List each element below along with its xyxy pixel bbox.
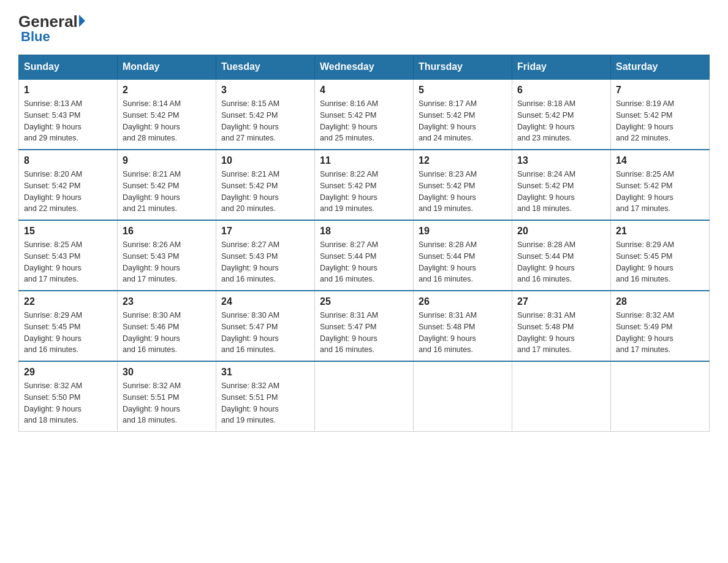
week-row-3: 15Sunrise: 8:25 AMSunset: 5:43 PMDayligh… [19,220,710,291]
day-number: 18 [320,226,408,237]
col-header-tuesday: Tuesday [216,55,315,80]
day-info: Sunrise: 8:13 AMSunset: 5:43 PMDaylight:… [24,98,112,144]
day-info: Sunrise: 8:23 AMSunset: 5:42 PMDaylight:… [419,169,507,215]
day-number: 20 [517,226,605,237]
day-info: Sunrise: 8:19 AMSunset: 5:42 PMDaylight:… [616,98,704,144]
col-header-monday: Monday [118,55,216,80]
day-number: 11 [320,155,408,166]
day-info: Sunrise: 8:27 AMSunset: 5:43 PMDaylight:… [221,239,309,285]
day-number: 9 [123,155,211,166]
calendar-cell: 1Sunrise: 8:13 AMSunset: 5:43 PMDaylight… [19,79,118,150]
calendar-cell: 21Sunrise: 8:29 AMSunset: 5:45 PMDayligh… [611,220,710,291]
day-number: 15 [24,226,112,237]
logo-triangle-icon [79,15,85,27]
day-number: 31 [221,367,309,378]
day-info: Sunrise: 8:15 AMSunset: 5:42 PMDaylight:… [221,98,309,144]
day-info: Sunrise: 8:31 AMSunset: 5:48 PMDaylight:… [419,310,507,356]
calendar-cell: 25Sunrise: 8:31 AMSunset: 5:47 PMDayligh… [315,291,414,361]
calendar-cell: 4Sunrise: 8:16 AMSunset: 5:42 PMDaylight… [315,79,414,150]
week-row-2: 8Sunrise: 8:20 AMSunset: 5:42 PMDaylight… [19,150,710,220]
col-header-friday: Friday [512,55,611,80]
calendar-cell: 3Sunrise: 8:15 AMSunset: 5:42 PMDaylight… [216,79,315,150]
col-header-sunday: Sunday [19,55,118,80]
day-number: 5 [419,85,507,96]
day-number: 6 [517,85,605,96]
calendar-header-row: SundayMondayTuesdayWednesdayThursdayFrid… [19,55,710,80]
calendar-cell: 15Sunrise: 8:25 AMSunset: 5:43 PMDayligh… [19,220,118,291]
day-info: Sunrise: 8:26 AMSunset: 5:43 PMDaylight:… [123,239,211,285]
day-info: Sunrise: 8:25 AMSunset: 5:43 PMDaylight:… [24,239,112,285]
calendar-cell: 22Sunrise: 8:29 AMSunset: 5:45 PMDayligh… [19,291,118,361]
day-number: 24 [221,296,309,307]
calendar-cell: 27Sunrise: 8:31 AMSunset: 5:48 PMDayligh… [512,291,611,361]
day-number: 27 [517,296,605,307]
day-info: Sunrise: 8:29 AMSunset: 5:45 PMDaylight:… [616,239,704,285]
day-info: Sunrise: 8:14 AMSunset: 5:42 PMDaylight:… [123,98,211,144]
calendar-cell: 8Sunrise: 8:20 AMSunset: 5:42 PMDaylight… [19,150,118,220]
calendar-cell [611,361,710,432]
day-info: Sunrise: 8:32 AMSunset: 5:50 PMDaylight:… [24,380,112,426]
col-header-saturday: Saturday [611,55,710,80]
calendar-cell: 17Sunrise: 8:27 AMSunset: 5:43 PMDayligh… [216,220,315,291]
day-info: Sunrise: 8:21 AMSunset: 5:42 PMDaylight:… [123,169,211,215]
day-info: Sunrise: 8:17 AMSunset: 5:42 PMDaylight:… [419,98,507,144]
day-number: 28 [616,296,704,307]
day-number: 4 [320,85,408,96]
calendar-table: SundayMondayTuesdayWednesdayThursdayFrid… [18,55,710,432]
day-info: Sunrise: 8:27 AMSunset: 5:44 PMDaylight:… [320,239,408,285]
day-number: 22 [24,296,112,307]
calendar-cell: 2Sunrise: 8:14 AMSunset: 5:42 PMDaylight… [118,79,216,150]
day-info: Sunrise: 8:20 AMSunset: 5:42 PMDaylight:… [24,169,112,215]
day-number: 19 [419,226,507,237]
day-number: 10 [221,155,309,166]
day-info: Sunrise: 8:32 AMSunset: 5:49 PMDaylight:… [616,310,704,356]
col-header-wednesday: Wednesday [315,55,414,80]
day-info: Sunrise: 8:21 AMSunset: 5:42 PMDaylight:… [221,169,309,215]
day-number: 17 [221,226,309,237]
day-number: 16 [123,226,211,237]
day-number: 21 [616,226,704,237]
calendar-cell [315,361,414,432]
day-number: 13 [517,155,605,166]
day-number: 29 [24,367,112,378]
calendar-cell: 14Sunrise: 8:25 AMSunset: 5:42 PMDayligh… [611,150,710,220]
calendar-cell: 11Sunrise: 8:22 AMSunset: 5:42 PMDayligh… [315,150,414,220]
week-row-5: 29Sunrise: 8:32 AMSunset: 5:50 PMDayligh… [19,361,710,432]
day-info: Sunrise: 8:25 AMSunset: 5:42 PMDaylight:… [616,169,704,215]
day-info: Sunrise: 8:18 AMSunset: 5:42 PMDaylight:… [517,98,605,144]
col-header-thursday: Thursday [414,55,512,80]
calendar-cell: 29Sunrise: 8:32 AMSunset: 5:50 PMDayligh… [19,361,118,432]
calendar-cell: 6Sunrise: 8:18 AMSunset: 5:42 PMDaylight… [512,79,611,150]
calendar-cell: 30Sunrise: 8:32 AMSunset: 5:51 PMDayligh… [118,361,216,432]
day-number: 3 [221,85,309,96]
day-info: Sunrise: 8:30 AMSunset: 5:47 PMDaylight:… [221,310,309,356]
day-info: Sunrise: 8:24 AMSunset: 5:42 PMDaylight:… [517,169,605,215]
calendar-cell: 16Sunrise: 8:26 AMSunset: 5:43 PMDayligh… [118,220,216,291]
day-number: 30 [123,367,211,378]
day-info: Sunrise: 8:16 AMSunset: 5:42 PMDaylight:… [320,98,408,144]
calendar-cell: 24Sunrise: 8:30 AMSunset: 5:47 PMDayligh… [216,291,315,361]
calendar-cell: 7Sunrise: 8:19 AMSunset: 5:42 PMDaylight… [611,79,710,150]
page-header: General Blue [18,12,710,45]
logo-blue-text: Blue [21,29,50,45]
day-number: 1 [24,85,112,96]
calendar-cell: 31Sunrise: 8:32 AMSunset: 5:51 PMDayligh… [216,361,315,432]
calendar-cell: 19Sunrise: 8:28 AMSunset: 5:44 PMDayligh… [414,220,512,291]
calendar-cell: 9Sunrise: 8:21 AMSunset: 5:42 PMDaylight… [118,150,216,220]
day-number: 23 [123,296,211,307]
calendar-cell: 12Sunrise: 8:23 AMSunset: 5:42 PMDayligh… [414,150,512,220]
day-number: 8 [24,155,112,166]
calendar-cell: 5Sunrise: 8:17 AMSunset: 5:42 PMDaylight… [414,79,512,150]
week-row-4: 22Sunrise: 8:29 AMSunset: 5:45 PMDayligh… [19,291,710,361]
calendar-cell: 10Sunrise: 8:21 AMSunset: 5:42 PMDayligh… [216,150,315,220]
day-info: Sunrise: 8:28 AMSunset: 5:44 PMDaylight:… [419,239,507,285]
calendar-cell: 23Sunrise: 8:30 AMSunset: 5:46 PMDayligh… [118,291,216,361]
calendar-cell: 28Sunrise: 8:32 AMSunset: 5:49 PMDayligh… [611,291,710,361]
day-info: Sunrise: 8:30 AMSunset: 5:46 PMDaylight:… [123,310,211,356]
day-number: 26 [419,296,507,307]
calendar-cell [512,361,611,432]
day-info: Sunrise: 8:31 AMSunset: 5:48 PMDaylight:… [517,310,605,356]
week-row-1: 1Sunrise: 8:13 AMSunset: 5:43 PMDaylight… [19,79,710,150]
day-number: 12 [419,155,507,166]
day-info: Sunrise: 8:28 AMSunset: 5:44 PMDaylight:… [517,239,605,285]
